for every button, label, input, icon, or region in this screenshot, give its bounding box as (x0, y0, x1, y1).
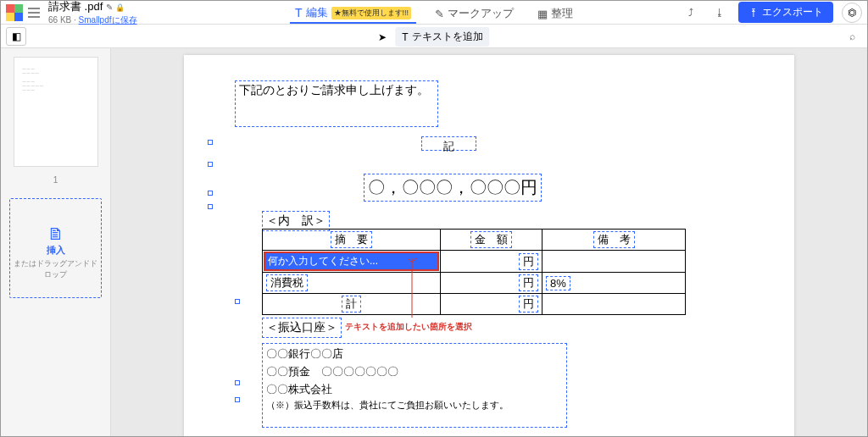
bank-line: 〇〇銀行〇〇店 (266, 346, 563, 363)
file-meta: 66 KB · Smallpdfに保存 (48, 14, 137, 26)
export-icon: ⭱ (748, 7, 759, 19)
user-icon[interactable]: ⏣ (842, 3, 862, 23)
download-icon[interactable]: ⭳ (709, 3, 730, 22)
intro-text[interactable]: 下記のとおりご請求申し上げます。 (235, 80, 438, 127)
insert-dropzone[interactable]: 🗎 挿入 またはドラッグアンドドロップ (9, 198, 102, 298)
tab-organize[interactable]: ▦整理 (532, 4, 578, 23)
cursor-icon[interactable]: ➤ (378, 31, 387, 43)
thumbnail-sidebar: — — —— — — —— — —— — — — —— — — 1 🗎 挿入 ま… (1, 48, 111, 436)
text-marker[interactable] (235, 299, 240, 304)
topbar: 請求書 .pdf 66 KB · Smallpdfに保存 T編集★無料で使用しま… (1, 1, 867, 25)
insert-label: 挿入 (14, 244, 97, 257)
yen-cell[interactable]: 円 (519, 274, 538, 291)
main: — — —— — — —— — —— — — — —— — — 1 🗎 挿入 ま… (1, 48, 867, 436)
document-page[interactable]: 下記のとおりご請求申し上げます。 記 〇，〇〇〇，〇〇〇円 ＜内 訳＞ 摘 要 … (184, 55, 794, 436)
app-logo-icon (6, 4, 23, 21)
thumbnail-number: 1 (9, 175, 102, 185)
smallpdf-save-link[interactable]: Smallpdfに保存 (79, 15, 137, 25)
text-icon: T (295, 6, 303, 19)
text-input[interactable]: 何か入力してください... (264, 252, 439, 271)
annotation-text: テキストを追加したい箇所を選択 (345, 321, 472, 333)
text-marker[interactable] (235, 397, 240, 402)
bank-line: 〇〇株式会社 (266, 381, 563, 399)
menu-icon[interactable] (28, 8, 40, 18)
file-name: 請求書 .pdf (48, 0, 103, 13)
text-marker[interactable] (208, 162, 213, 167)
total-label[interactable]: 計 (342, 296, 361, 313)
search-icon[interactable]: ⌕ (842, 27, 862, 46)
tab-markup[interactable]: ✎マークアップ (430, 4, 519, 23)
th-amount[interactable]: 金 額 (470, 231, 512, 248)
page-thumbnail[interactable]: — — —— — — —— — —— — — — —— — — (14, 57, 98, 167)
text-marker[interactable] (208, 140, 213, 145)
rename-icon[interactable] (106, 1, 113, 13)
file-title: 請求書 .pdf 66 KB · Smallpdfに保存 (45, 0, 137, 26)
sidebar-toggle-icon[interactable]: ◧ (6, 27, 26, 46)
share-icon[interactable]: ⤴ (681, 3, 701, 22)
insert-icon: 🗎 (14, 224, 97, 244)
tax-label[interactable]: 消費税 (266, 274, 308, 291)
detail-table[interactable]: 摘 要 金 額 備 考 何か入力してください... 円 消費税 円 8% 計 円 (262, 229, 686, 315)
account-label[interactable]: ＜振込口座＞ (262, 318, 342, 338)
text-marker[interactable] (235, 380, 240, 385)
free-badge: ★無料で使用します!!! (331, 7, 412, 19)
text-marker[interactable] (208, 191, 213, 196)
export-button[interactable]: ⭱エクスポート (738, 2, 833, 23)
tab-edit[interactable]: T編集★無料で使用します!!! (290, 3, 416, 24)
th-notes[interactable]: 備 考 (593, 231, 635, 248)
top-right: ⤴ ⭳ ⭱エクスポート ⏣ (681, 2, 862, 23)
insert-sublabel: またはドラッグアンドドロップ (14, 258, 97, 280)
yen-cell[interactable]: 円 (519, 253, 538, 270)
yen-cell[interactable]: 円 (519, 296, 538, 313)
bank-info[interactable]: 〇〇銀行〇〇店 〇〇預金 〇〇〇〇〇〇〇 〇〇株式会社 （※）振込手数料は、貴社… (262, 343, 567, 428)
pen-icon: ✎ (435, 8, 444, 20)
bank-line: 〇〇預金 〇〇〇〇〇〇〇 (266, 363, 563, 381)
text-marker[interactable] (208, 204, 213, 209)
ki-label[interactable]: 記 (421, 136, 476, 151)
tax-rate[interactable]: 8% (546, 276, 570, 290)
th-desc[interactable]: 摘 要 (331, 231, 372, 248)
total-amount[interactable]: 〇，〇〇〇，〇〇〇円 (364, 174, 542, 202)
grid-icon: ▦ (537, 8, 548, 20)
canvas[interactable]: 下記のとおりご請求申し上げます。 記 〇，〇〇〇，〇〇〇円 ＜内 訳＞ 摘 要 … (111, 48, 867, 436)
add-text-button[interactable]: Tテキストを追加 (395, 27, 489, 47)
bank-note: （※）振込手数料は、貴社にてご負担お願いいたします。 (266, 398, 563, 413)
toolbar: ◧ ➤ Tテキストを追加 ⌕ (1, 25, 867, 48)
add-text-icon: T (402, 31, 408, 43)
lock-icon (115, 1, 125, 13)
top-tabs: T編集★無料で使用します!!! ✎マークアップ ▦整理 (290, 3, 578, 24)
